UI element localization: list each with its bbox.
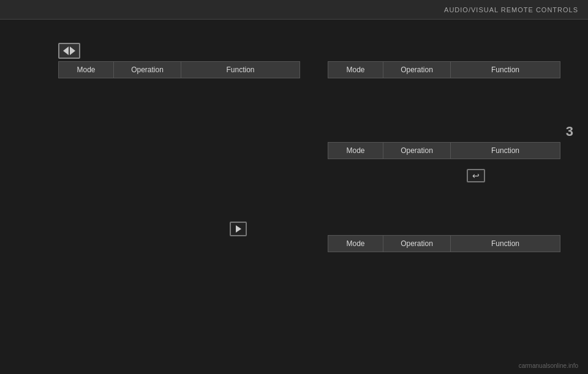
section-number: 3 (566, 124, 573, 140)
col-mode-label-r3: Mode (328, 236, 383, 252)
col-mode-label-r2: Mode (328, 143, 383, 159)
col-operation-label-r3: Operation (383, 236, 451, 252)
main-content: 3 Mode Operation Function Mode Operation… (0, 20, 588, 374)
top-bar: AUDIO/VISUAL REMOTE CONTROLS (0, 0, 588, 20)
fast-forward-arrow-icon (236, 225, 241, 233)
table-header-left-top: Mode Operation Function (58, 61, 300, 78)
col-function-label-r3: Function (451, 236, 560, 252)
col-function-label-r2: Function (451, 143, 560, 159)
prev-arrow-icon (63, 47, 69, 55)
table-left-top: Mode Operation Function (58, 61, 300, 78)
col-operation-label-r2: Operation (383, 143, 451, 159)
next-arrow-icon (70, 47, 75, 55)
col-operation-label: Operation (114, 62, 181, 78)
col-operation-label-r1: Operation (383, 62, 451, 78)
fast-forward-icon-container (230, 222, 247, 236)
footer-url: carmanualsonline.info (519, 362, 578, 369)
table-header-right-3: Mode Operation Function (328, 235, 560, 252)
return-icon-container: ↩ (467, 169, 485, 182)
prev-next-button[interactable] (58, 43, 80, 59)
return-arrow-icon: ↩ (472, 171, 480, 180)
table-header-right-1: Mode Operation Function (328, 61, 560, 78)
return-button[interactable]: ↩ (467, 169, 485, 182)
fast-forward-button[interactable] (230, 222, 247, 236)
table-right-3: Mode Operation Function (328, 235, 560, 252)
table-right-1: Mode Operation Function (328, 61, 560, 78)
col-function-label: Function (181, 62, 300, 78)
table-header-right-2: Mode Operation Function (328, 142, 560, 159)
col-function-label-r1: Function (451, 62, 560, 78)
prev-next-icon (58, 43, 80, 59)
page-title: AUDIO/VISUAL REMOTE CONTROLS (444, 6, 578, 13)
col-mode-label: Mode (59, 62, 114, 78)
col-mode-label-r1: Mode (328, 62, 383, 78)
table-right-2: Mode Operation Function (328, 142, 560, 159)
